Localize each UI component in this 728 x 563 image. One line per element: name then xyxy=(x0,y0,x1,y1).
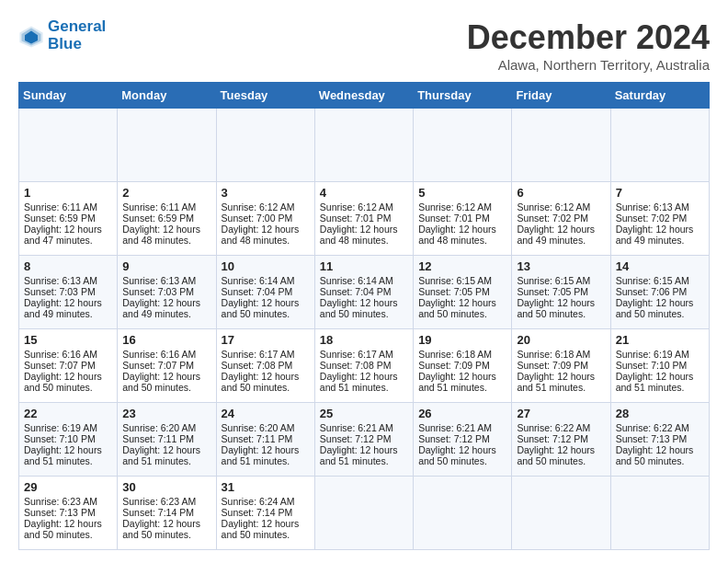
sunset-text: Sunset: 7:14 PM xyxy=(222,507,293,518)
calendar-cell: 19Sunrise: 6:18 AMSunset: 7:09 PMDayligh… xyxy=(414,329,512,403)
calendar-cell: 29Sunrise: 6:23 AMSunset: 7:13 PMDayligh… xyxy=(19,477,118,550)
logo: General Blue xyxy=(18,18,106,52)
day-number: 15 xyxy=(24,333,112,347)
daylight-label: Daylight: 12 hours and 50 minutes. xyxy=(616,444,694,466)
day-number: 31 xyxy=(222,480,310,494)
sunset-text: Sunset: 7:02 PM xyxy=(517,213,588,224)
calendar-cell xyxy=(512,109,610,182)
sunset-text: Sunset: 7:13 PM xyxy=(616,433,688,444)
calendar-cell xyxy=(19,109,118,182)
day-number: 20 xyxy=(517,333,605,347)
day-number: 9 xyxy=(122,259,210,273)
daylight-label: Daylight: 12 hours and 51 minutes. xyxy=(24,444,102,466)
calendar-cell: 18Sunrise: 6:17 AMSunset: 7:08 PMDayligh… xyxy=(314,329,413,403)
calendar-cell xyxy=(414,109,512,182)
sunrise-text: Sunrise: 6:12 AM xyxy=(222,201,295,213)
sunrise-text: Sunrise: 6:20 AM xyxy=(222,422,295,433)
day-number: 10 xyxy=(222,259,310,273)
day-number: 25 xyxy=(320,407,408,420)
header-tuesday: Tuesday xyxy=(216,83,314,109)
calendar-cell: 3Sunrise: 6:12 AMSunset: 7:00 PMDaylight… xyxy=(216,182,314,256)
day-number: 14 xyxy=(616,259,704,273)
calendar-cell: 23Sunrise: 6:20 AMSunset: 7:11 PMDayligh… xyxy=(118,403,216,477)
day-number: 27 xyxy=(517,407,605,420)
header-wednesday: Wednesday xyxy=(314,83,413,109)
day-number: 30 xyxy=(122,480,210,494)
day-number: 26 xyxy=(418,407,506,420)
calendar-cell: 8Sunrise: 6:13 AMSunset: 7:03 PMDaylight… xyxy=(19,256,118,329)
daylight-label: Daylight: 12 hours and 49 minutes. xyxy=(616,224,694,246)
daylight-label: Daylight: 12 hours and 50 minutes. xyxy=(418,297,496,319)
sunset-text: Sunset: 7:08 PM xyxy=(320,360,392,371)
calendar-cell xyxy=(610,109,709,182)
calendar-cell xyxy=(512,477,610,550)
sunset-text: Sunset: 6:59 PM xyxy=(122,213,194,224)
daylight-label: Daylight: 12 hours and 51 minutes. xyxy=(320,444,398,466)
day-number: 19 xyxy=(418,333,506,347)
sunrise-text: Sunrise: 6:21 AM xyxy=(418,422,492,433)
calendar-cell: 24Sunrise: 6:20 AMSunset: 7:11 PMDayligh… xyxy=(216,403,314,477)
header-row: Sunday Monday Tuesday Wednesday Thursday… xyxy=(19,83,710,109)
sunset-text: Sunset: 7:10 PM xyxy=(616,360,688,371)
sunrise-text: Sunrise: 6:15 AM xyxy=(517,275,590,286)
sunset-text: Sunset: 7:03 PM xyxy=(122,286,194,297)
daylight-label: Daylight: 12 hours and 50 minutes. xyxy=(222,371,300,393)
sunrise-text: Sunrise: 6:14 AM xyxy=(222,275,295,286)
calendar-cell xyxy=(610,477,709,550)
daylight-label: Daylight: 12 hours and 48 minutes. xyxy=(122,224,200,246)
sunset-text: Sunset: 7:11 PM xyxy=(122,433,194,444)
day-number: 17 xyxy=(222,333,310,347)
sunset-text: Sunset: 7:13 PM xyxy=(24,507,96,518)
calendar-subtitle: Alawa, Northern Territory, Australia xyxy=(467,57,710,73)
sunrise-text: Sunrise: 6:11 AM xyxy=(122,201,196,213)
calendar-cell xyxy=(118,109,216,182)
header-thursday: Thursday xyxy=(414,83,512,109)
sunset-text: Sunset: 7:08 PM xyxy=(222,360,293,371)
calendar-week-2: 8Sunrise: 6:13 AMSunset: 7:03 PMDaylight… xyxy=(19,256,710,329)
daylight-label: Daylight: 12 hours and 51 minutes. xyxy=(418,371,496,393)
sunset-text: Sunset: 7:14 PM xyxy=(122,507,194,518)
daylight-label: Daylight: 12 hours and 48 minutes. xyxy=(222,224,300,246)
sunset-text: Sunset: 7:10 PM xyxy=(24,433,96,444)
calendar-cell: 2Sunrise: 6:11 AMSunset: 6:59 PMDaylight… xyxy=(118,182,216,256)
calendar-cell: 6Sunrise: 6:12 AMSunset: 7:02 PMDaylight… xyxy=(512,182,610,256)
daylight-label: Daylight: 12 hours and 50 minutes. xyxy=(418,444,496,466)
day-number: 7 xyxy=(616,186,704,200)
calendar-cell: 25Sunrise: 6:21 AMSunset: 7:12 PMDayligh… xyxy=(314,403,413,477)
calendar-cell xyxy=(216,109,314,182)
calendar-cell: 26Sunrise: 6:21 AMSunset: 7:12 PMDayligh… xyxy=(414,403,512,477)
calendar-cell: 11Sunrise: 6:14 AMSunset: 7:04 PMDayligh… xyxy=(314,256,413,329)
daylight-label: Daylight: 12 hours and 50 minutes. xyxy=(122,518,200,540)
day-number: 18 xyxy=(320,333,408,347)
page-header: General Blue December 2024 Alawa, Northe… xyxy=(18,18,710,73)
sunrise-text: Sunrise: 6:15 AM xyxy=(418,275,492,286)
sunset-text: Sunset: 7:12 PM xyxy=(517,433,588,444)
daylight-label: Daylight: 12 hours and 50 minutes. xyxy=(222,297,300,319)
sunrise-text: Sunrise: 6:17 AM xyxy=(222,349,295,360)
calendar-cell: 7Sunrise: 6:13 AMSunset: 7:02 PMDaylight… xyxy=(610,182,709,256)
day-number: 2 xyxy=(122,186,210,200)
daylight-label: Daylight: 12 hours and 50 minutes. xyxy=(517,444,595,466)
sunrise-text: Sunrise: 6:13 AM xyxy=(122,275,196,286)
calendar-week-0 xyxy=(19,109,710,182)
calendar-cell: 17Sunrise: 6:17 AMSunset: 7:08 PMDayligh… xyxy=(216,329,314,403)
sunset-text: Sunset: 7:12 PM xyxy=(320,433,392,444)
sunrise-text: Sunrise: 6:24 AM xyxy=(222,496,295,507)
sunset-text: Sunset: 7:05 PM xyxy=(517,286,588,297)
sunrise-text: Sunrise: 6:12 AM xyxy=(517,201,590,213)
daylight-label: Daylight: 12 hours and 51 minutes. xyxy=(616,371,694,393)
calendar-cell: 22Sunrise: 6:19 AMSunset: 7:10 PMDayligh… xyxy=(19,403,118,477)
sunrise-text: Sunrise: 6:15 AM xyxy=(616,275,689,286)
sunrise-text: Sunrise: 6:14 AM xyxy=(320,275,393,286)
sunrise-text: Sunrise: 6:11 AM xyxy=(24,201,97,213)
logo-text: General Blue xyxy=(48,18,106,52)
sunrise-text: Sunrise: 6:13 AM xyxy=(616,201,689,213)
sunrise-text: Sunrise: 6:13 AM xyxy=(24,275,97,286)
sunrise-text: Sunrise: 6:17 AM xyxy=(320,349,393,360)
calendar-cell: 5Sunrise: 6:12 AMSunset: 7:01 PMDaylight… xyxy=(414,182,512,256)
calendar-cell: 30Sunrise: 6:23 AMSunset: 7:14 PMDayligh… xyxy=(118,477,216,550)
sunset-text: Sunset: 7:02 PM xyxy=(616,213,688,224)
daylight-label: Daylight: 12 hours and 50 minutes. xyxy=(222,518,300,540)
day-number: 5 xyxy=(418,186,506,200)
sunset-text: Sunset: 7:06 PM xyxy=(616,286,688,297)
